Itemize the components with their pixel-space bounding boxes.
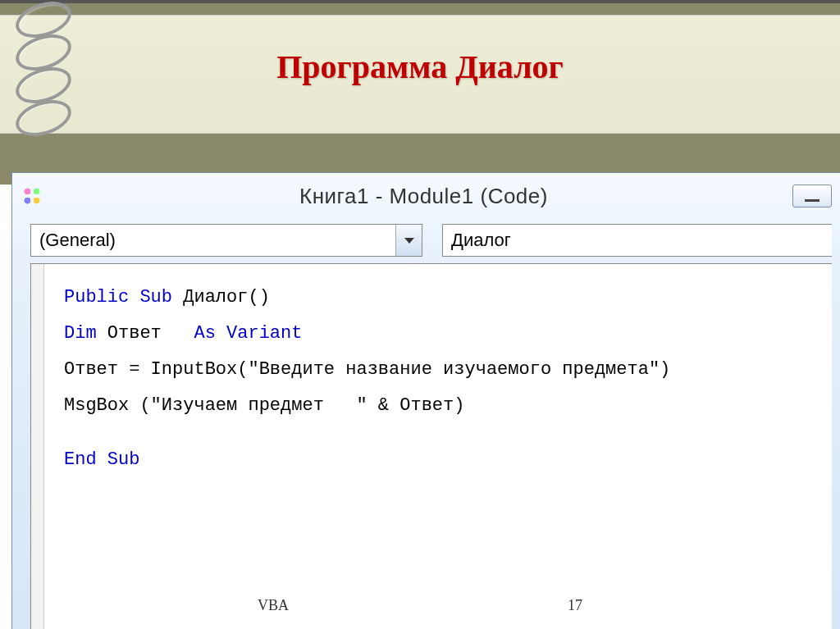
slide-title: Программа Диалог	[0, 48, 840, 86]
procedure-dropdown[interactable]: Диалог	[442, 224, 832, 257]
procedure-dropdown-value: Диалог	[443, 226, 832, 254]
vba-code-window: Книга1 - Module1 (Code) (General) Диалог…	[11, 172, 840, 629]
page-number: 17	[568, 597, 582, 614]
slide-banner: Программа Диалог	[0, 0, 840, 185]
chevron-down-icon	[404, 238, 414, 244]
window-title: Книга1 - Module1 (Code)	[55, 184, 792, 209]
slide-footer: VBA 17	[0, 597, 840, 614]
minimize-button[interactable]	[792, 185, 832, 207]
window-titlebar: Книга1 - Module1 (Code)	[12, 173, 840, 219]
code-dropdown-row: (General) Диалог	[12, 219, 840, 263]
minimize-icon	[805, 199, 819, 202]
object-dropdown[interactable]: (General)	[30, 224, 422, 257]
object-dropdown-button[interactable]	[395, 225, 422, 256]
spiral-binding	[8, 3, 78, 134]
object-dropdown-value: (General)	[31, 226, 395, 254]
code-editor-pane[interactable]: Public Sub Диалог() Dim Ответ As Variant…	[30, 263, 832, 629]
vba-app-icon	[21, 185, 43, 207]
footer-label: VBA	[258, 597, 289, 614]
code-text[interactable]: Public Sub Диалог() Dim Ответ As Variant…	[31, 264, 832, 477]
code-margin	[31, 264, 44, 629]
